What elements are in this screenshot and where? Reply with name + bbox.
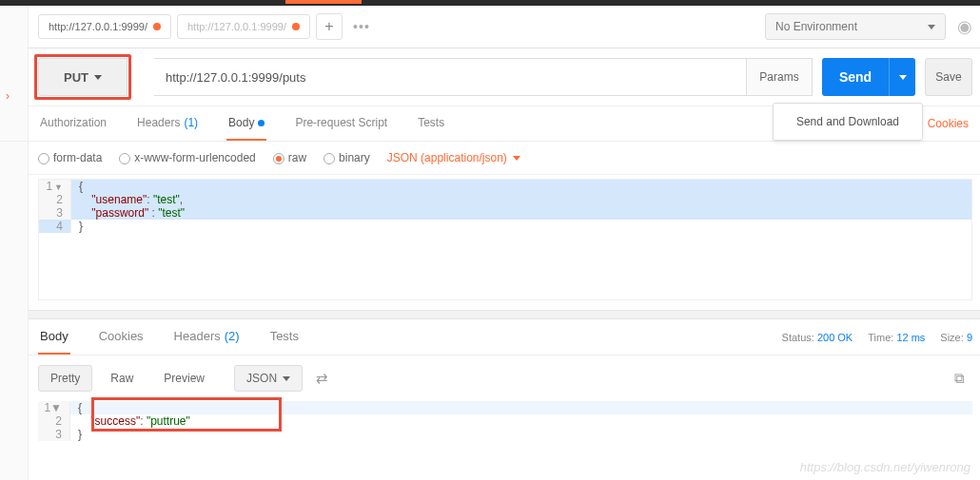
content-type-select[interactable]: JSON (application/json) xyxy=(387,151,520,164)
chevron-down-icon xyxy=(283,376,290,381)
method-label: PUT xyxy=(64,70,88,85)
response-body-viewer[interactable]: 1▼{ 2 "success": "puttrue" 3} xyxy=(38,401,972,441)
tabs-row: http://127.0.0.1:9999/ http://127.0.0.1:… xyxy=(0,6,980,48)
url-input[interactable] xyxy=(154,58,746,96)
tab-overflow-button[interactable]: ••• xyxy=(348,13,375,40)
params-button[interactable]: Params xyxy=(746,58,813,96)
top-bar xyxy=(0,0,980,6)
request-builder: PUT Params Send Save xyxy=(0,48,980,106)
tab-request-2[interactable]: http://127.0.0.1:9999/ xyxy=(177,14,310,39)
body-type-binary[interactable]: binary xyxy=(323,151,370,164)
unsaved-dot-icon xyxy=(153,23,161,30)
modified-dot-icon xyxy=(258,120,265,126)
tab-authorization[interactable]: Authorization xyxy=(38,106,108,141)
response-tab-headers[interactable]: Headers (2) xyxy=(172,319,242,355)
send-button[interactable]: Send xyxy=(822,58,889,96)
environment-quicklook-icon[interactable]: ◉ xyxy=(957,16,972,37)
send-and-download-menu-item[interactable]: Send and Download xyxy=(773,103,923,141)
send-dropdown-button[interactable] xyxy=(889,58,915,96)
method-select[interactable]: PUT xyxy=(38,58,127,96)
response-divider xyxy=(0,310,980,319)
tab-label: http://127.0.0.1:9999/ xyxy=(187,21,286,32)
tab-tests[interactable]: Tests xyxy=(416,106,446,141)
tab-prerequest[interactable]: Pre-request Script xyxy=(293,106,389,141)
watermark: https://blog.csdn.net/yiwenrong xyxy=(800,460,970,474)
copy-response-icon[interactable]: ⧉ xyxy=(947,366,972,391)
body-type-options: form-data x-www-form-urlencoded raw bina… xyxy=(0,142,980,175)
new-tab-button[interactable]: + xyxy=(316,13,343,40)
response-tabs: Body Cookies Headers (2) Tests Status: 2… xyxy=(0,319,980,355)
unsaved-dot-icon xyxy=(292,23,300,30)
chevron-down-icon xyxy=(928,25,935,29)
response-meta: Status: 200 OK Time: 12 ms Size: 9 xyxy=(782,332,972,343)
response-tab-body[interactable]: Body xyxy=(38,319,70,355)
tab-headers[interactable]: Headers (1) xyxy=(135,106,200,141)
chevron-down-icon xyxy=(94,75,102,80)
tab-label: http://127.0.0.1:9999/ xyxy=(49,21,147,32)
save-button[interactable]: Save xyxy=(925,58,972,96)
tab-body[interactable]: Body xyxy=(226,106,266,141)
view-raw-button[interactable]: Raw xyxy=(98,365,146,392)
response-toolbar: Pretty Raw Preview JSON ⇄ ⧉ xyxy=(0,355,980,401)
body-type-raw[interactable]: raw xyxy=(273,151,306,164)
view-pretty-button[interactable]: Pretty xyxy=(38,365,92,392)
response-tab-cookies[interactable]: Cookies xyxy=(97,319,146,355)
tab-request-1[interactable]: http://127.0.0.1:9999/ xyxy=(38,14,171,39)
cookies-link[interactable]: Cookies xyxy=(924,107,972,140)
wrap-lines-icon[interactable]: ⇄ xyxy=(308,366,336,391)
response-format-select[interactable]: JSON xyxy=(234,365,303,392)
body-type-urlencoded[interactable]: x-www-form-urlencoded xyxy=(119,151,255,164)
chevron-down-icon xyxy=(899,75,907,80)
left-sidebar: › xyxy=(0,6,29,480)
response-tab-tests[interactable]: Tests xyxy=(268,319,301,355)
environment-label: No Environment xyxy=(775,20,857,33)
chevron-down-icon xyxy=(513,156,520,161)
body-type-formdata[interactable]: form-data xyxy=(38,151,102,164)
sidebar-chevron-icon[interactable]: › xyxy=(6,89,10,103)
environment-select[interactable]: No Environment xyxy=(765,13,946,40)
request-body-editor[interactable]: 1▼{ 2 "usename": "test", 3 "password" : … xyxy=(38,179,972,300)
view-preview-button[interactable]: Preview xyxy=(151,365,217,392)
